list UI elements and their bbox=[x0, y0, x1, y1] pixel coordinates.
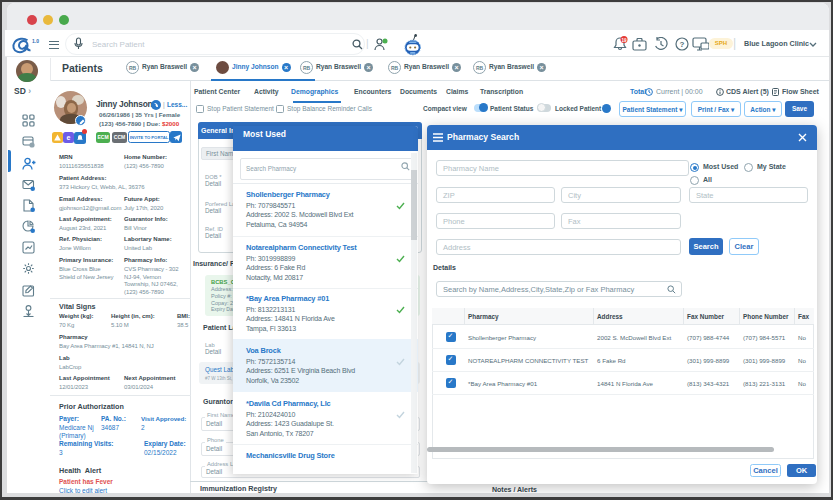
svg-text:1.0: 1.0 bbox=[32, 38, 39, 44]
svg-text:?: ? bbox=[680, 40, 685, 49]
svg-text:19: 19 bbox=[621, 38, 627, 43]
